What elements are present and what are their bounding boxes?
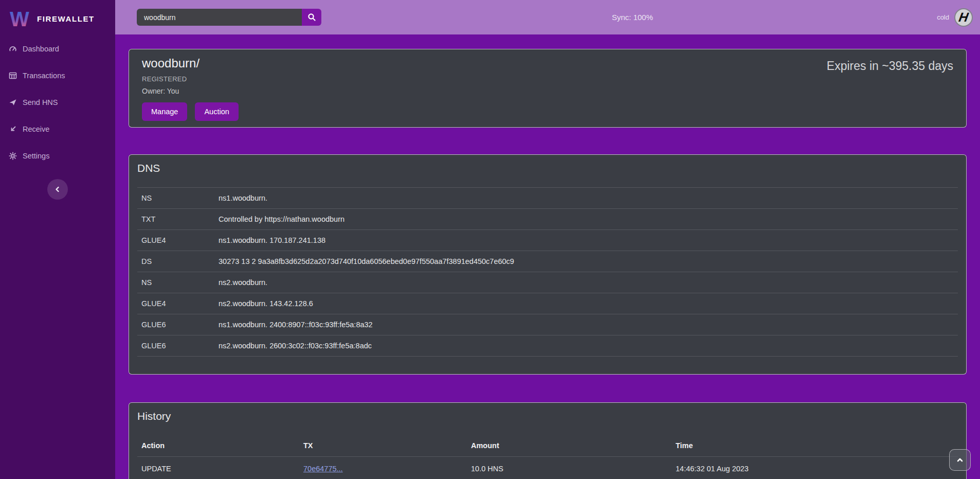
sidebar-item-settings[interactable]: Settings	[0, 143, 115, 169]
search-icon	[307, 13, 316, 22]
dns-record-type: GLUE4	[137, 230, 214, 251]
chevron-up-icon	[956, 456, 964, 464]
history-col-time: Time	[672, 435, 958, 456]
dns-record-type: GLUE4	[137, 293, 214, 314]
wallet-name-label: cold	[937, 13, 949, 21]
dashboard-icon	[9, 45, 17, 53]
search-button[interactable]	[302, 9, 321, 26]
dns-record-type: GLUE6	[137, 314, 214, 335]
history-amount: 10.0 HNS	[467, 456, 672, 479]
sidebar-item-label: Dashboard	[23, 45, 59, 53]
domain-actions: Manage Auction	[142, 102, 953, 121]
dns-record-value: 30273 13 2 9a3a8fb3d625d2a2073d740f10da6…	[214, 251, 958, 272]
sidebar-item-label: Send HNS	[23, 98, 58, 107]
transactions-table-icon	[9, 72, 17, 80]
history-title: History	[137, 410, 958, 422]
topbar: Sync: 100% cold H	[115, 0, 980, 34]
history-col-tx: TX	[299, 435, 467, 456]
scroll-to-top-button[interactable]	[949, 449, 971, 471]
dns-record-value: ns1.woodburn. 170.187.241.138	[214, 230, 958, 251]
sidebar-item-label: Transactions	[23, 72, 65, 80]
domain-owner-label: Owner: You	[142, 87, 953, 95]
dns-card: DNS NS ns1.woodburn. TXT Controlled by h…	[129, 154, 967, 375]
dns-record-row: GLUE6 ns2.woodburn. 2600:3c02::f03c:93ff…	[137, 335, 958, 357]
dns-record-row: TXT Controlled by https://nathan.woodbur…	[137, 209, 958, 230]
dns-record-value: Controlled by https://nathan.woodburn	[214, 209, 958, 230]
dns-record-row: NS ns2.woodburn.	[137, 272, 958, 293]
history-action: UPDATE	[137, 456, 299, 479]
tx-link[interactable]: 70e64775...	[303, 465, 343, 473]
dns-record-value: ns2.woodburn.	[214, 272, 958, 293]
send-paper-plane-icon	[9, 98, 17, 107]
chevron-left-icon	[53, 185, 62, 193]
dns-record-type: NS	[137, 188, 214, 209]
auction-button[interactable]: Auction	[195, 102, 238, 121]
dns-record-value: ns1.woodburn.	[214, 188, 958, 209]
history-col-amount: Amount	[467, 435, 672, 456]
dns-record-row: GLUE4 ns1.woodburn. 170.187.241.138	[137, 230, 958, 251]
sync-status: Sync: 100%	[612, 0, 653, 34]
dns-record-type: TXT	[137, 209, 214, 230]
sidebar: W FIREWALLET Dashboard	[0, 0, 115, 479]
history-col-action: Action	[137, 435, 299, 456]
sidebar-item-dashboard[interactable]: Dashboard	[0, 36, 115, 62]
sidebar-item-label: Settings	[23, 152, 49, 160]
dns-title: DNS	[137, 162, 958, 174]
domain-summary-card: woodburn/ REGISTERED Owner: You Manage A…	[129, 49, 967, 128]
history-time: 14:46:32 01 Aug 2023	[672, 456, 958, 479]
history-table: Action TX Amount Time UPDATE 70e64775...…	[137, 435, 958, 479]
dns-record-type: DS	[137, 251, 214, 272]
manage-button[interactable]: Manage	[142, 102, 187, 121]
sidebar-collapse-button[interactable]	[47, 179, 68, 200]
dns-record-row: GLUE4 ns2.woodburn. 143.42.128.6	[137, 293, 958, 314]
dns-record-row: DS 30273 13 2 9a3a8fb3d625d2a2073d740f10…	[137, 251, 958, 272]
dns-record-row: GLUE6 ns1.woodburn. 2400:8907::f03c:93ff…	[137, 314, 958, 335]
wallet-switcher[interactable]: cold H	[937, 0, 973, 34]
search-input[interactable]	[137, 9, 302, 26]
hns-logo-icon[interactable]: H	[954, 8, 973, 27]
settings-gear-icon	[9, 152, 17, 160]
dns-table: NS ns1.woodburn. TXT Controlled by https…	[137, 187, 958, 357]
history-header-row: Action TX Amount Time	[137, 435, 958, 456]
dns-record-value: ns2.woodburn. 143.42.128.6	[214, 293, 958, 314]
sidebar-item-label: Receive	[23, 125, 49, 133]
expiry-label: Expires in ~395.35 days	[827, 59, 953, 73]
sidebar-nav: Dashboard Transactions Send HNS	[0, 36, 115, 169]
history-row: UPDATE 70e64775... 10.0 HNS 14:46:32 01 …	[137, 456, 958, 479]
dns-record-type: GLUE6	[137, 335, 214, 357]
search-bar	[137, 9, 321, 26]
dns-record-row: NS ns1.woodburn.	[137, 188, 958, 209]
dns-record-value: ns1.woodburn. 2400:8907::f03c:93ff:fe5a:…	[214, 314, 958, 335]
domain-status-label: REGISTERED	[142, 75, 953, 83]
brand: W FIREWALLET	[0, 0, 115, 33]
svg-text:W: W	[10, 8, 29, 30]
sidebar-item-send-hns[interactable]: Send HNS	[0, 89, 115, 116]
firewallet-logo-icon: W	[8, 7, 31, 31]
dns-record-value: ns2.woodburn. 2600:3c02::f03c:93ff:fe5a:…	[214, 335, 958, 357]
sidebar-item-transactions[interactable]: Transactions	[0, 62, 115, 89]
app-title: FIREWALLET	[37, 14, 95, 23]
history-card: History Action TX Amount Time UPDATE 70e…	[129, 402, 967, 479]
sidebar-item-receive[interactable]: Receive	[0, 116, 115, 143]
dns-record-type: NS	[137, 272, 214, 293]
receive-arrow-icon	[9, 125, 17, 133]
